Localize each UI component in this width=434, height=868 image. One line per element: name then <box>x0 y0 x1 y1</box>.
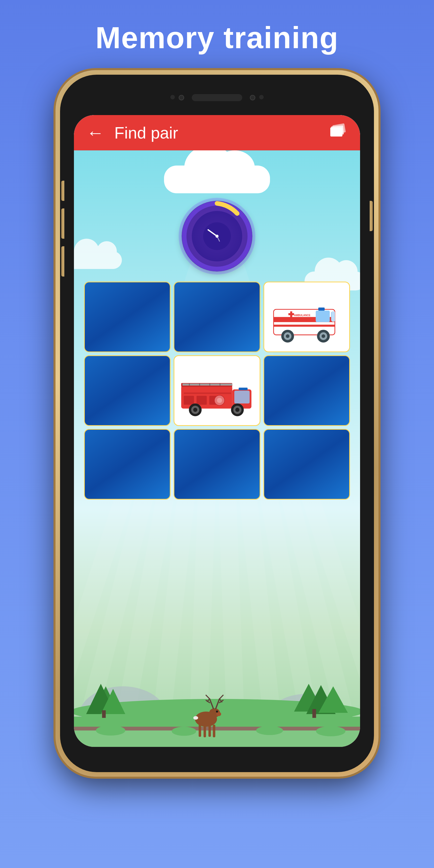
svg-rect-49 <box>239 388 248 390</box>
svg-point-57 <box>217 398 222 403</box>
svg-rect-81 <box>209 724 211 737</box>
svg-rect-66 <box>102 710 106 718</box>
phone-top-bezel <box>65 79 369 116</box>
phone-shell: ← Find pair <box>56 70 378 777</box>
silent-button <box>61 181 64 201</box>
svg-point-52 <box>193 408 197 412</box>
svg-point-92 <box>216 711 218 713</box>
timer-outer <box>182 201 252 272</box>
volume-up-button <box>61 209 64 239</box>
speaker-grille <box>192 94 242 101</box>
camera-area <box>250 95 264 100</box>
svg-point-78 <box>216 712 221 716</box>
svg-rect-80 <box>204 725 206 737</box>
phone-device: ← Find pair <box>56 70 378 777</box>
app-bar: ← Find pair <box>74 115 360 150</box>
svg-rect-82 <box>213 725 216 737</box>
cards-grid: AMBULANCE <box>84 282 350 500</box>
svg-rect-45 <box>184 396 194 404</box>
svg-point-73 <box>172 727 196 736</box>
front-camera <box>179 95 184 100</box>
page-title: Memory training <box>95 20 338 55</box>
app-bar-title: Find pair <box>114 123 330 142</box>
cloud-top <box>164 165 270 193</box>
svg-rect-37 <box>235 391 250 403</box>
svg-rect-24 <box>316 311 330 322</box>
game-content: AMBULANCE <box>74 150 360 747</box>
svg-point-30 <box>286 334 289 338</box>
svg-rect-23 <box>288 313 294 315</box>
card-9[interactable] <box>264 429 350 500</box>
svg-line-89 <box>219 695 223 699</box>
led-sensor <box>170 95 175 99</box>
card-5[interactable] <box>174 355 260 426</box>
svg-point-13 <box>184 204 250 269</box>
svg-rect-44 <box>219 383 220 385</box>
svg-rect-27 <box>318 308 324 311</box>
svg-line-85 <box>206 695 210 699</box>
svg-rect-40 <box>182 384 232 385</box>
card-2[interactable] <box>174 282 260 352</box>
cards-icon[interactable] <box>330 123 347 142</box>
svg-rect-42 <box>199 383 200 385</box>
svg-rect-46 <box>196 396 207 404</box>
card-6[interactable] <box>264 355 350 426</box>
card-3[interactable]: AMBULANCE <box>264 282 350 352</box>
phone-screen: ← Find pair <box>74 115 360 747</box>
power-button <box>370 201 373 231</box>
card-7[interactable] <box>84 429 170 500</box>
svg-point-55 <box>236 408 240 412</box>
svg-point-83 <box>193 716 198 720</box>
sensor-area <box>170 95 184 100</box>
svg-rect-70 <box>312 709 316 718</box>
svg-rect-26 <box>332 311 335 321</box>
svg-rect-39 <box>182 383 232 384</box>
ground-scene <box>74 666 360 747</box>
card-4[interactable] <box>84 355 170 426</box>
card-1[interactable] <box>84 282 170 352</box>
svg-point-72 <box>96 725 125 736</box>
svg-rect-41 <box>189 383 190 385</box>
back-button[interactable]: ← <box>87 123 104 143</box>
timer <box>182 201 252 272</box>
svg-rect-48 <box>184 392 231 394</box>
svg-text:AMBULANCE: AMBULANCE <box>294 314 310 317</box>
svg-point-75 <box>316 726 345 736</box>
cloud-left <box>74 251 122 269</box>
svg-rect-43 <box>210 383 211 385</box>
camera-lens <box>250 95 255 100</box>
svg-rect-62 <box>74 717 360 727</box>
svg-point-33 <box>321 334 325 338</box>
card-8[interactable] <box>174 429 260 500</box>
phone-inner: ← Find pair <box>60 75 374 772</box>
svg-rect-2 <box>330 127 342 136</box>
svg-rect-79 <box>198 724 201 737</box>
svg-point-74 <box>256 726 283 735</box>
volume-down-button <box>61 246 64 277</box>
ir-sensor <box>259 95 264 99</box>
svg-rect-21 <box>274 324 335 327</box>
